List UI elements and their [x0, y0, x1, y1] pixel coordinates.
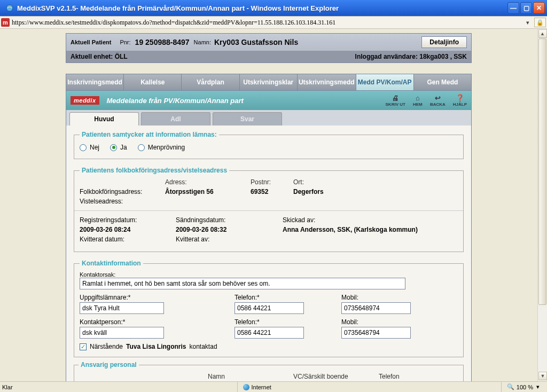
tool-help[interactable]: ❓HJÄLP	[453, 94, 467, 107]
vist-label: Vistelseadress:	[80, 198, 165, 205]
namn-value: Kry003 Gustafsson Nils	[214, 38, 298, 46]
tab-medd-pv-kom-ap[interactable]: Medd PV/Kom/AP	[356, 74, 414, 90]
form-area: Patienten samtycker att information lämn…	[66, 126, 472, 381]
tab-utskrivningsklar[interactable]: Utskrivningsklar	[240, 74, 298, 90]
zoom-dropdown-icon[interactable]: ▾	[536, 383, 540, 390]
form-tab-adl[interactable]: Adl	[141, 112, 210, 126]
consent-legend: Patienten samtycker att information lämn…	[80, 131, 219, 138]
help-icon: ❓	[455, 94, 465, 101]
narstaende-name: Tuva Lisa Lingonris	[126, 343, 186, 350]
pnr-value: 19 250988-8497	[135, 38, 190, 46]
tool-print[interactable]: 🖨SKRIV UT	[386, 94, 405, 107]
kontaktorsak-input[interactable]	[80, 278, 405, 289]
ie-icon	[5, 4, 14, 12]
home-icon: ⌂	[413, 94, 423, 101]
status-bar: Klar Internet 🔍 100 % ▾	[0, 381, 547, 392]
svg-point-0	[6, 5, 13, 11]
detaljinfo-button[interactable]: Detaljinfo	[421, 36, 467, 48]
consent-fieldset: Patienten samtycker att information lämn…	[74, 131, 464, 159]
globe-icon	[243, 384, 249, 390]
address-legend: Patientens folkbokföringsadress/vistelse…	[80, 167, 229, 174]
patient-bar: Aktuell Patient Pnr: 19 250988-8497 Namn…	[66, 33, 472, 63]
folk-postnr: 69352	[251, 188, 293, 195]
reg-date: 2009-03-26 08:24	[80, 226, 176, 233]
status-zoom[interactable]: 🔍 100 % ▾	[501, 382, 545, 392]
address-bar: m https://www.meddix.se/testmeddix/dispk…	[0, 16, 547, 29]
tool-back[interactable]: ↩BACKA	[430, 94, 446, 107]
maximize-button[interactable]: ▢	[520, 2, 532, 14]
kontakt-mobil-input[interactable]	[341, 327, 411, 339]
vertical-scrollbar[interactable]: ▲ ▼	[537, 29, 547, 381]
zoom-icon: 🔍	[507, 383, 514, 390]
tool-home[interactable]: ⌂HEM	[413, 94, 423, 107]
tab-kallelse[interactable]: Kallelse	[124, 74, 182, 90]
back-icon: ↩	[433, 94, 442, 101]
folk-ort: Degerfors	[293, 188, 458, 195]
minimize-button[interactable]: —	[507, 2, 519, 14]
tab-utskrivningsmedd[interactable]: Utskrivningsmedd	[298, 74, 356, 90]
uppgiftslamnare-input[interactable]	[80, 302, 164, 314]
tab-gen-medd[interactable]: Gen Medd	[414, 74, 471, 90]
form-tab-row: Huvud Adl Svar	[66, 110, 472, 126]
main-nav-tabs: Inskrivningsmedd Kallelse Vårdplan Utskr…	[66, 74, 472, 91]
uppg-mobil-input[interactable]	[341, 302, 411, 314]
ansvarig-fieldset: Ansvarig personal Namn VC/Särskilt boend…	[74, 365, 464, 381]
site-favicon: m	[1, 18, 10, 27]
url-text[interactable]: https://www.meddix.se/testmeddix/dispkom…	[12, 19, 523, 27]
logged-in-user: Inloggad användare: 18kga003 , SSK	[355, 53, 467, 60]
status-klar: Klar	[2, 384, 13, 390]
narstaende-checkbox[interactable]: ✓	[80, 343, 87, 350]
sub-header-title: Meddelande från PV/Kommun/Annan part	[107, 97, 244, 105]
radio-ja[interactable]	[110, 144, 117, 151]
close-button[interactable]: ✕	[533, 2, 545, 14]
meddix-logo: meddix	[71, 96, 99, 105]
scroll-down-button[interactable]: ▼	[538, 372, 547, 380]
radio-menprovning[interactable]	[138, 144, 145, 151]
namn-label: Namn:	[194, 39, 211, 45]
form-tab-svar[interactable]: Svar	[213, 112, 282, 126]
send-date: 2009-03-26 08:32	[176, 226, 283, 233]
status-zone-internet: Internet	[237, 382, 277, 392]
scroll-up-button[interactable]: ▲	[538, 29, 547, 38]
form-tab-huvud[interactable]: Huvud	[69, 112, 139, 126]
aktuell-enhet: Aktuell enhet: ÖLL	[71, 53, 128, 60]
sub-header: meddix Meddelande från PV/Kommun/Annan p…	[66, 91, 472, 110]
pnr-label: Pnr:	[120, 39, 130, 45]
sent-by: Anna Andersson, SSK, (Karlskoga kommun)	[283, 226, 458, 233]
kontakt-fieldset: Kontaktinformation Kontaktorsak: Uppgift…	[74, 260, 464, 357]
kontakt-legend: Kontaktinformation	[80, 260, 143, 267]
tab-inskrivningsmedd[interactable]: Inskrivningsmedd	[66, 74, 124, 90]
radio-nej[interactable]	[80, 144, 87, 151]
folk-label: Folkbokföringsadress:	[80, 188, 165, 195]
scroll-thumb[interactable]	[538, 38, 546, 305]
kontaktperson-input[interactable]	[80, 327, 164, 339]
address-fieldset: Patientens folkbokföringsadress/vistelse…	[74, 167, 464, 252]
print-icon: 🖨	[390, 94, 400, 101]
kontaktorsak-label: Kontaktorsak:	[80, 271, 458, 278]
ansvarig-legend: Ansvarig personal	[79, 361, 139, 369]
window-titlebar: MeddixSVP v2.1.5- Meddelande från Primär…	[0, 0, 547, 16]
url-dropdown-icon[interactable]: ▾	[523, 19, 532, 26]
lock-icon: 🔒	[534, 18, 546, 27]
tab-vardplan[interactable]: Vårdplan	[182, 74, 239, 90]
kontakt-tel-input[interactable]	[235, 327, 304, 339]
window-buttons: — ▢ ✕	[507, 2, 545, 14]
aktuell-patient-label: Aktuell Patient	[71, 39, 111, 45]
window-title: MeddixSVP v2.1.5- Meddelande från Primär…	[17, 4, 507, 12]
folk-adress: Åtorpsstigen 56	[165, 188, 251, 195]
uppg-tel-input[interactable]	[235, 302, 304, 314]
